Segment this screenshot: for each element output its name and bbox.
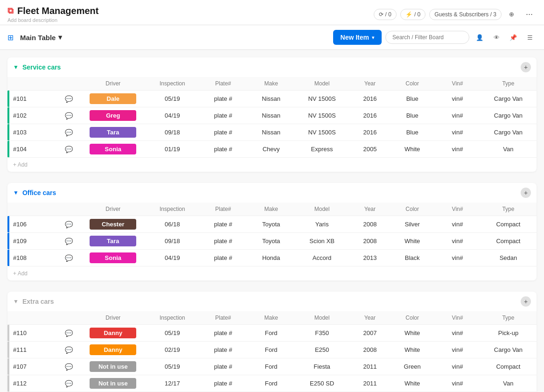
cell-driver[interactable]: Tara [79, 233, 147, 250]
cell-comment[interactable]: 💬 [58, 325, 79, 342]
integration-label: / 0 [414, 11, 420, 18]
cell-comment[interactable]: 💬 [58, 342, 79, 358]
comment-icon[interactable]: 💬 [65, 221, 73, 228]
automation-label: / 0 [385, 11, 391, 18]
comment-icon[interactable]: 💬 [65, 329, 73, 337]
cell-make: Toyota [249, 233, 294, 250]
comment-icon[interactable]: 💬 [65, 95, 73, 103]
group-title-service-cars[interactable]: Service cars [22, 63, 61, 71]
driver-badge[interactable]: Dale [90, 93, 136, 104]
cell-comment[interactable]: 💬 [58, 358, 79, 375]
comment-icon[interactable]: 💬 [65, 346, 73, 354]
th-comment [58, 311, 79, 325]
integration-button[interactable]: ⚡ / 0 [400, 9, 425, 20]
th-driver: Driver [79, 203, 147, 216]
driver-badge[interactable]: Danny [90, 328, 136, 338]
cell-model: E250 [294, 342, 350, 358]
cell-comment[interactable]: 💬 [58, 375, 79, 392]
group-chevron-service-cars[interactable]: ▼ [13, 64, 19, 70]
cell-driver[interactable]: Danny [79, 342, 147, 358]
driver-badge[interactable]: Not in use [90, 378, 136, 389]
cell-comment[interactable]: 💬 [58, 107, 79, 124]
cell-comment[interactable]: 💬 [58, 91, 79, 107]
cell-comment[interactable]: 💬 [58, 141, 79, 158]
cell-driver[interactable]: Chester [79, 216, 147, 233]
cell-color: White [390, 233, 435, 250]
th-make: Make [249, 203, 294, 216]
table-row: #102 💬 Greg 04/19 plate # Nissan NV 1500… [7, 107, 537, 124]
add-row[interactable]: + Add [7, 158, 537, 172]
comment-icon[interactable]: 💬 [65, 380, 73, 387]
cell-driver[interactable]: Sonia [79, 250, 147, 266]
guests-button[interactable]: Guests & Subscribers / 3 [429, 9, 502, 20]
eye-icon[interactable]: 👁 [490, 31, 503, 44]
driver-badge[interactable]: Tara [90, 127, 136, 138]
group-chevron-extra-cars[interactable]: ▼ [13, 298, 19, 305]
driver-badge[interactable]: Sonia [90, 144, 136, 154]
driver-badge[interactable]: Not in use [90, 361, 136, 372]
group-title-office-cars[interactable]: Office cars [22, 189, 56, 196]
app-icon: ⧉ [7, 6, 14, 16]
group-table-wrap-office-cars: DriverInspectionPlate#MakeModelYearColor… [7, 203, 537, 280]
add-row-button[interactable]: + Add [7, 266, 537, 280]
cell-driver[interactable]: Dale [79, 91, 147, 107]
cell-comment[interactable]: 💬 [58, 233, 79, 250]
comment-icon[interactable]: 💬 [65, 112, 73, 119]
comment-icon[interactable]: 💬 [65, 238, 73, 245]
board-description[interactable]: Add board description [7, 17, 98, 23]
driver-badge[interactable]: Greg [90, 110, 136, 121]
group-header-office-cars: ▼ Office cars + [7, 183, 537, 203]
group-title-extra-cars[interactable]: Extra cars [22, 298, 54, 305]
cell-driver[interactable]: Not in use [79, 358, 147, 375]
driver-badge[interactable]: Chester [90, 219, 136, 230]
app-title: ⧉ Fleet Management [7, 6, 98, 16]
add-row[interactable]: + Add [7, 266, 537, 281]
cell-comment[interactable]: 💬 [58, 216, 79, 233]
cell-driver[interactable]: Greg [79, 107, 147, 124]
comment-icon[interactable]: 💬 [65, 129, 73, 136]
main-table-label: Main Table [20, 34, 56, 42]
pin-icon[interactable]: 📌 [507, 31, 520, 44]
automation-button[interactable]: ⟳ / 0 [374, 9, 397, 20]
main-table-button[interactable]: Main Table ▾ [16, 31, 66, 43]
new-item-button[interactable]: New Item ▾ [333, 30, 382, 45]
group-add-icon-service-cars[interactable]: + [521, 62, 531, 72]
more-options-button[interactable]: ··· [522, 7, 537, 21]
cell-driver[interactable]: Not in use [79, 375, 147, 392]
cell-driver[interactable]: Danny [79, 325, 147, 342]
cell-id: #111 [7, 342, 58, 358]
comment-icon[interactable]: 💬 [65, 254, 73, 262]
driver-badge[interactable]: Danny [90, 344, 136, 355]
th-inspection: Inspection [147, 77, 198, 91]
cell-driver[interactable]: Sonia [79, 141, 147, 158]
user-icon[interactable]: 👤 [473, 31, 486, 44]
search-input[interactable] [385, 31, 469, 44]
cell-color: White [390, 375, 435, 392]
cell-comment[interactable]: 💬 [58, 250, 79, 266]
th-color: Color [390, 203, 435, 216]
cell-make: Ford [249, 375, 294, 392]
invite-button[interactable]: ⊕ [505, 8, 518, 21]
th-year: Year [350, 77, 390, 91]
cell-comment[interactable]: 💬 [58, 124, 79, 141]
driver-badge[interactable]: Tara [90, 236, 136, 246]
cell-type: Cargo Van [480, 91, 537, 107]
cell-type: Cargo Van [480, 107, 537, 124]
driver-badge[interactable]: Sonia [90, 252, 136, 263]
th-model: Model [294, 77, 350, 91]
toolbar-left: ⊞ Main Table ▾ [7, 31, 66, 43]
cell-vin: vin# [435, 375, 480, 392]
group-add-icon-extra-cars[interactable]: + [521, 296, 531, 307]
cell-driver[interactable]: Tara [79, 124, 147, 141]
group-office-cars: ▼ Office cars + DriverInspectionPlate#Ma… [7, 183, 537, 280]
cell-id: #109 [7, 233, 58, 250]
group-add-icon-office-cars[interactable]: + [521, 188, 531, 198]
comment-icon[interactable]: 💬 [65, 363, 73, 371]
group-chevron-office-cars[interactable]: ▼ [13, 189, 19, 196]
cell-id: #110 [7, 325, 58, 342]
comment-icon[interactable]: 💬 [65, 146, 73, 153]
filter-icon[interactable]: ☰ [523, 31, 537, 44]
cell-inspection: 05/19 [147, 325, 198, 342]
cell-type: Compact [480, 233, 537, 250]
add-row-button[interactable]: + Add [7, 158, 537, 172]
